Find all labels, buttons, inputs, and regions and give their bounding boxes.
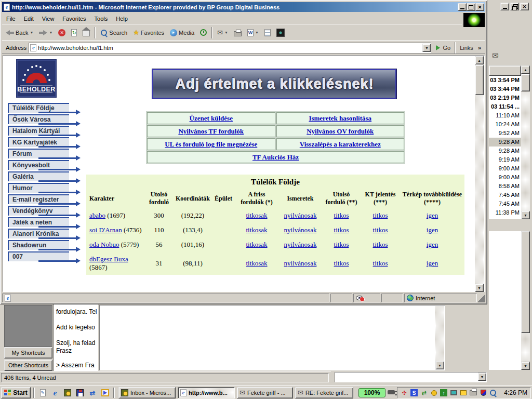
resize-grip[interactable] [478, 294, 485, 302]
menu-edit[interactable]: Edit [20, 16, 38, 22]
fresh-turns-link[interactable]: titkosak [246, 226, 267, 234]
scroll-up-icon[interactable]: ▲ [521, 65, 530, 74]
privacy-report-pane[interactable] [353, 294, 380, 302]
link-tf-aukcios-haz[interactable]: TF Aukciós Ház [252, 153, 299, 161]
start-button[interactable]: Start [1, 387, 31, 398]
link-ismeretek-hasonlitasa[interactable]: Ismeretek hasonlítása [309, 114, 371, 122]
last-turn-link[interactable]: titkos [334, 241, 349, 248]
link-visszalepes-karakterekhez[interactable]: Visszalépés a karakterekhez [300, 140, 381, 148]
scroll-down-icon[interactable]: ▼ [521, 211, 530, 219]
message-row[interactable]: 03 3:44 PM [489, 85, 521, 94]
knowledge-link[interactable]: nyilvánosak [284, 241, 317, 248]
sidebar-item-galeria[interactable]: Galéria [8, 171, 69, 181]
history-button[interactable] [197, 26, 209, 39]
message-row[interactable]: 10:24 AM [489, 120, 521, 129]
back-button[interactable]: Back▼ [3, 26, 36, 39]
kt-report-link[interactable]: titkos [373, 259, 388, 267]
outlook-close-button[interactable]: ✕ [520, 3, 529, 10]
tray-messenger-icon[interactable] [430, 389, 437, 396]
task-ie-beholder[interactable]: e http://www.b... [178, 387, 235, 398]
scroll-down-icon[interactable]: ▼ [475, 284, 484, 292]
menu-file[interactable]: File [2, 16, 20, 22]
address-input[interactable]: e http://www.beholder.hu/l1.htm ▼ [29, 43, 431, 53]
tray-display-icon[interactable] [450, 389, 457, 396]
mail-button[interactable]: ✉▼ [215, 26, 231, 39]
fresh-turns-link[interactable]: titkosak [246, 211, 267, 219]
home-button[interactable] [80, 26, 92, 39]
character-link[interactable]: soi D'Arnan [89, 226, 122, 234]
sidebar-item-humor[interactable]: Humor [8, 183, 69, 193]
ql-internet-explorer-icon[interactable]: e [50, 388, 60, 397]
url-text[interactable]: http://www.beholder.hu/l1.htm [38, 45, 421, 51]
ie-close-button[interactable]: ✕ [475, 3, 484, 11]
favorites-button[interactable]: ★Favorites [130, 26, 167, 39]
ql-outlook-icon[interactable] [62, 388, 73, 397]
tray-window-icon[interactable] [460, 389, 467, 396]
discuss-button[interactable] [262, 26, 273, 39]
message-row[interactable]: 7:45 AM [489, 191, 521, 200]
message-row[interactable]: 9:19 AM [489, 155, 521, 164]
link-ul-log-megnezese[interactable]: UL és forduló log file megnézése [165, 140, 257, 148]
link-nyilvanos-tf-fordulok[interactable]: Nyilvános TF fordulók [178, 127, 244, 135]
banner-adj-ertelmet[interactable]: Adj értelmet a klikkelésnek! [152, 69, 396, 99]
scrollbar-thumb[interactable] [521, 74, 530, 91]
scroll-down-icon[interactable]: ▼ [435, 361, 444, 369]
task-mail-re-fekete-griff[interactable]: ✉ RE: Fekete grif... [295, 387, 353, 398]
scroll-down-icon[interactable]: ▼ [521, 362, 530, 370]
forward-button[interactable]: ▼ [36, 26, 55, 39]
message-row[interactable]: 9:00 AM [489, 173, 521, 182]
sidebar-item-hatalom-kartyai[interactable]: Hatalom Kártyái [8, 126, 69, 136]
character-link[interactable]: ababo [89, 211, 105, 219]
last-turn-link[interactable]: titkos [334, 226, 349, 234]
ql-floppy-save-icon[interactable] [75, 388, 85, 397]
menu-favorites[interactable]: Favorites [58, 16, 90, 22]
fresh-turns-link[interactable]: titkosak [246, 241, 267, 248]
map-forward-link[interactable]: igen [427, 241, 438, 248]
scroll-up-icon[interactable]: ▲ [475, 56, 484, 64]
character-link[interactable]: oda Nobuo [89, 241, 119, 248]
tray-pinwheel-icon[interactable]: ✣ [401, 389, 408, 396]
refresh-button[interactable]: ↻ [69, 26, 79, 39]
message-row-selected[interactable]: 9:28 AM [489, 138, 521, 147]
sidebar-item-alanori-kronika[interactable]: Alanori Krónika [8, 229, 69, 238]
compose-pane-scrollbar[interactable]: ▼ [435, 306, 444, 369]
knowledge-link[interactable]: nyilvánosak [284, 211, 317, 219]
messenger-button[interactable] [274, 26, 287, 39]
outlook-restore-button[interactable] [510, 3, 519, 10]
reading-pane-scrollbar[interactable]: ▼ [521, 231, 530, 370]
beholder-logo[interactable]: BEHOLDER [16, 59, 57, 98]
go-button[interactable]: Go [433, 41, 453, 55]
print-button[interactable] [231, 26, 244, 39]
dropdown-arrow-icon[interactable]: ▼ [478, 373, 486, 381]
map-forward-link[interactable]: igen [427, 226, 438, 234]
character-link[interactable]: dbEgesz Buxa [89, 255, 128, 263]
message-list-column-header[interactable] [489, 65, 521, 76]
map-forward-link[interactable]: igen [427, 259, 438, 267]
fresh-turns-link[interactable]: titkosak [246, 259, 267, 267]
search-button[interactable]: Search [98, 26, 130, 39]
task-inbox-outlook[interactable]: Inbox - Micros... [118, 387, 176, 398]
scrollbar-thumb[interactable] [475, 65, 484, 95]
task-mail-fekete-griff[interactable]: ✉ Fekete griff - ... [237, 387, 293, 398]
message-row[interactable]: 9:28 AM [489, 147, 521, 155]
tray-upload-icon[interactable]: ↑ [440, 389, 447, 396]
sidebar-item-007[interactable]: 007 [8, 251, 69, 261]
knowledge-link[interactable]: nyilvánosak [284, 259, 317, 267]
message-row[interactable]: 9:00 AM [489, 164, 521, 173]
kt-report-link[interactable]: titkos [373, 241, 388, 248]
tray-antivirus-shield-icon[interactable] [480, 389, 487, 396]
ql-mail-compose-icon[interactable]: ✎ [37, 388, 48, 397]
scrollbar-thumb[interactable] [521, 231, 530, 333]
background-combo-field[interactable]: ▼ [335, 372, 487, 382]
media-button[interactable]: ▸Media [167, 26, 197, 39]
message-row[interactable]: 03 2:19 PM [489, 94, 521, 102]
tray-printer-icon[interactable] [470, 389, 477, 396]
my-shortcuts-button[interactable]: My Shortcuts [4, 347, 52, 358]
sidebar-item-shadowrun[interactable]: Shadowrun [8, 240, 69, 250]
browser-scrollbar[interactable]: ▲ ▼ [475, 56, 484, 292]
sidebar-item-kg-kartyajatek[interactable]: KG Kártyajáték [8, 137, 69, 147]
message-row[interactable]: 8:58 AM [489, 182, 521, 191]
last-turn-link[interactable]: titkos [334, 211, 349, 219]
other-shortcuts-button[interactable]: Other Shortcuts [4, 360, 52, 371]
ql-sync-icon[interactable]: ⇄ [87, 388, 98, 397]
